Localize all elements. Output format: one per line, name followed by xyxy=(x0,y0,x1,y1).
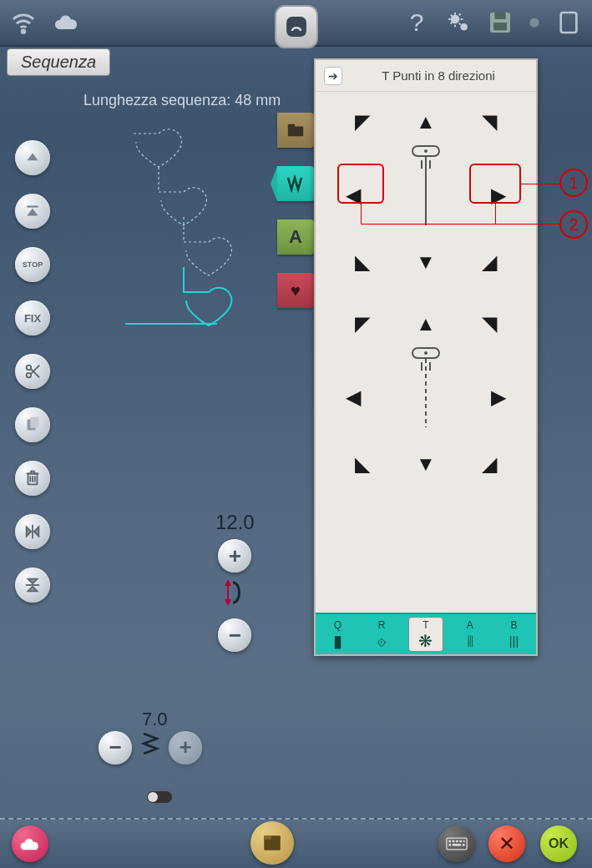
length-icon xyxy=(221,578,248,613)
dir2-ne[interactable]: ◥ xyxy=(482,312,497,336)
svg-marker-11 xyxy=(27,209,38,216)
quick-help-button[interactable] xyxy=(12,825,48,862)
dir2-sw[interactable]: ◣ xyxy=(355,452,370,476)
svg-rect-32 xyxy=(459,840,462,843)
wifi-icon[interactable] xyxy=(10,9,37,36)
menu-b[interactable]: B⫼ xyxy=(497,619,532,649)
cloud-icon[interactable] xyxy=(53,9,80,36)
direction-panel-title: T Punti in 8 direzioni xyxy=(349,68,528,83)
menu-q[interactable]: Q▮ xyxy=(320,619,355,649)
help-icon[interactable]: ? xyxy=(403,9,430,36)
svg-marker-9 xyxy=(27,154,38,161)
dir-ne[interactable]: ◥ xyxy=(482,110,497,134)
step-up-button[interactable] xyxy=(15,140,50,175)
ok-button[interactable]: OK xyxy=(540,825,577,862)
go-top-button[interactable] xyxy=(15,194,50,229)
collapse-panel-button[interactable]: ➔ xyxy=(324,67,342,85)
stop-button[interactable]: STOP xyxy=(15,247,50,282)
mirror-vertical-button[interactable] xyxy=(15,568,50,603)
svg-rect-34 xyxy=(448,844,451,846)
dir2-w[interactable]: ◀ xyxy=(346,386,361,409)
svg-marker-25 xyxy=(225,599,231,606)
svg-rect-33 xyxy=(463,840,465,843)
tab-fonts-label: A xyxy=(289,226,302,248)
svg-marker-19 xyxy=(28,579,38,584)
stitch-length-control: 12.0 + − xyxy=(215,511,255,652)
width-icon xyxy=(139,730,162,765)
dir-s[interactable]: ▼ xyxy=(416,250,436,274)
category-tabs: A ♥ xyxy=(277,113,314,308)
leader-2b xyxy=(361,204,362,224)
tab-fonts[interactable]: A xyxy=(277,220,314,255)
svg-rect-31 xyxy=(456,840,458,843)
svg-rect-29 xyxy=(448,840,451,843)
width-minus-button[interactable]: − xyxy=(99,731,132,765)
side-toolbar: STOP FIX xyxy=(15,140,50,603)
dir2-e[interactable]: ▶ xyxy=(491,386,506,409)
dir2-n[interactable]: ▲ xyxy=(416,312,436,336)
svg-rect-35 xyxy=(453,844,461,846)
sequence-length-label: Lunghezza sequenza: 48 mm xyxy=(83,92,281,109)
callout-1: 1 xyxy=(559,169,588,197)
cancel-button[interactable]: ✕ xyxy=(488,825,525,862)
stitch-width-control: 7.0 − + xyxy=(99,730,202,765)
tab-stitches[interactable] xyxy=(277,166,314,201)
svg-rect-15 xyxy=(30,417,38,428)
stitch-width-value: 7.0 xyxy=(142,709,168,730)
svg-rect-10 xyxy=(27,205,38,207)
settings-icon[interactable] xyxy=(445,9,472,36)
usb-indicator-icon xyxy=(529,9,540,36)
brand-logo xyxy=(275,5,318,48)
cut-button[interactable] xyxy=(15,354,50,389)
length-minus-button[interactable]: − xyxy=(218,618,251,652)
tab-folder[interactable] xyxy=(277,113,314,148)
mode-tab[interactable]: Sequenza xyxy=(7,48,110,76)
mirror-horizontal-button[interactable] xyxy=(15,514,50,549)
direction-panel: ➔ T Punti in 8 direzioni ◤ ▲ ◥ ◀ ▶ ◣ ▼ ◢… xyxy=(314,58,538,656)
duplicate-button[interactable] xyxy=(15,407,50,442)
svg-rect-23 xyxy=(288,124,295,129)
svg-rect-6 xyxy=(493,23,507,30)
delete-button[interactable] xyxy=(15,461,50,496)
dir2-se[interactable]: ◢ xyxy=(482,452,497,476)
dir-w[interactable]: ◀ xyxy=(346,184,361,207)
menu-r[interactable]: R⟐ xyxy=(364,619,399,649)
dir-se[interactable]: ◢ xyxy=(482,250,497,274)
callout-2: 2 xyxy=(559,210,588,239)
leader-2c xyxy=(495,204,496,224)
dir-e[interactable]: ▶ xyxy=(491,184,506,207)
svg-marker-24 xyxy=(225,579,231,586)
svg-marker-20 xyxy=(28,587,38,592)
svg-rect-30 xyxy=(453,840,455,843)
stitch-menu-strip: Q▮ R⟐ T❋ A⦀ B⫼ xyxy=(316,613,536,654)
svg-rect-5 xyxy=(494,13,505,19)
svg-marker-17 xyxy=(27,527,32,537)
svg-rect-36 xyxy=(463,844,465,846)
top-bar: ? xyxy=(0,0,592,47)
menu-t[interactable]: T❋ xyxy=(408,617,443,652)
length-plus-button[interactable]: + xyxy=(218,539,251,573)
menu-book-button[interactable] xyxy=(250,821,294,865)
dir-nw[interactable]: ◤ xyxy=(355,110,370,134)
dir2-s[interactable]: ▼ xyxy=(416,452,436,476)
save-icon[interactable] xyxy=(487,9,514,36)
fix-button[interactable]: FIX xyxy=(15,300,50,336)
leader-1 xyxy=(521,184,561,184)
width-plus-button[interactable]: + xyxy=(169,731,202,765)
width-toggle[interactable] xyxy=(147,791,172,803)
footer-bar: ✕ OK xyxy=(0,818,592,868)
svg-rect-8 xyxy=(561,13,577,33)
stitch-length-value: 12.0 xyxy=(215,511,255,534)
screen-icon[interactable] xyxy=(555,9,582,36)
dir-n[interactable]: ▲ xyxy=(416,110,436,134)
stitch-preview xyxy=(117,125,284,342)
svg-point-0 xyxy=(22,30,24,33)
leader-2a xyxy=(361,224,561,225)
keyboard-button[interactable] xyxy=(438,825,475,862)
dir-sw[interactable]: ◣ xyxy=(355,250,370,274)
tab-favorites[interactable]: ♥ xyxy=(277,273,314,308)
dir2-nw[interactable]: ◤ xyxy=(355,312,370,336)
menu-a[interactable]: A⦀ xyxy=(453,619,488,649)
svg-marker-18 xyxy=(34,527,39,537)
svg-point-7 xyxy=(529,18,539,27)
